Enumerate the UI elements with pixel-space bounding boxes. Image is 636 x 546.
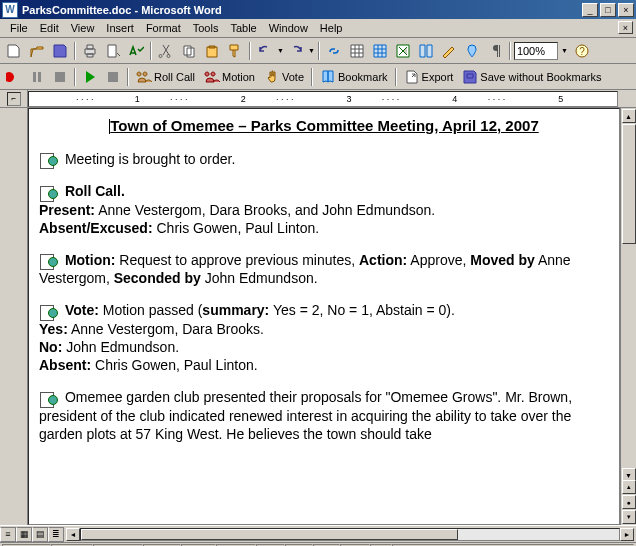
ruler-row: ⌐ · · · · 1 · · · · 2 · · · · 3 · · · · … [0,90,636,108]
stop-icon[interactable] [49,66,71,87]
cut-icon[interactable] [155,40,177,61]
pause-icon[interactable] [26,66,48,87]
yes-label: Yes: [39,321,68,337]
motion-label: Motion [222,71,255,83]
insert-excel-icon[interactable] [392,40,414,61]
maximize-button[interactable]: □ [600,3,616,17]
record-icon[interactable] [3,66,25,87]
export-label: Export [422,71,454,83]
rollcall-label: Roll Call [154,71,195,83]
print-layout-icon[interactable]: ▤ [32,527,48,542]
doc-close-button[interactable]: × [618,21,633,34]
hscroll-thumb[interactable] [81,529,458,540]
horizontal-scrollbar[interactable]: ◄ ► [66,527,634,542]
standard-toolbar: ▼ ▼ ▼ ? [0,38,636,64]
action-label: Action: [359,252,407,268]
section-icon [39,391,57,407]
web-layout-icon[interactable]: ▦ [16,527,32,542]
save-no-bm-label: Save without Bookmarks [480,71,601,83]
undo-icon[interactable] [254,40,276,61]
play-icon[interactable] [79,66,101,87]
tab-selector[interactable]: ⌐ [7,92,21,106]
hyperlink-icon[interactable] [323,40,345,61]
menu-view[interactable]: View [65,20,101,36]
format-painter-icon[interactable] [224,40,246,61]
absent-value: Chris Gowen, Paul Linton. [153,220,320,236]
paste-icon[interactable] [201,40,223,61]
seconded-label: Seconded by [114,270,201,286]
scroll-thumb[interactable] [622,124,636,244]
export-button[interactable]: Export [400,66,458,87]
menu-format[interactable]: Format [140,20,187,36]
doc-map-icon[interactable] [461,40,483,61]
redo-icon[interactable] [285,40,307,61]
menu-tools[interactable]: Tools [187,20,225,36]
title-bar: W ParksCommittee.doc - Microsoft Word _ … [0,0,636,19]
horizontal-ruler[interactable]: · · · · 1 · · · · 2 · · · · 3 · · · · 4 … [28,91,618,107]
motion-button[interactable]: Motion [200,66,259,87]
section-icon [39,152,57,168]
menu-help[interactable]: Help [314,20,349,36]
menu-bar: File Edit View Insert Format Tools Table… [0,19,636,38]
minimize-button[interactable]: _ [582,3,598,17]
vote-button[interactable]: Vote [260,66,308,87]
rollcall-header: Roll Call. [65,183,125,199]
close-button[interactable]: × [618,3,634,17]
motion-label: Motion: [65,252,116,268]
spellcheck-icon[interactable] [125,40,147,61]
scroll-left-button[interactable]: ◄ [66,528,80,541]
scroll-up-button[interactable]: ▲ [622,109,636,123]
menu-window[interactable]: Window [263,20,314,36]
bookmark-button[interactable]: Bookmark [316,66,392,87]
menu-file[interactable]: File [4,20,34,36]
section-icon [39,304,57,320]
vote-label: Vote [282,71,304,83]
help-icon[interactable]: ? [571,40,593,61]
menu-insert[interactable]: Insert [100,20,140,36]
zoom-combo[interactable] [514,42,558,60]
scroll-right-button[interactable]: ► [620,528,634,541]
doc-heading: Town of Omemee – Parks Committee Meeting… [35,117,613,134]
window-title: ParksCommittee.doc - Microsoft Word [22,4,580,16]
section-icon [39,253,57,269]
document-area[interactable]: Town of Omemee – Parks Committee Meeting… [28,108,620,525]
new-icon[interactable] [3,40,25,61]
moved-label: Moved by [470,252,535,268]
workspace: Town of Omemee – Parks Committee Meeting… [0,108,636,525]
menu-edit[interactable]: Edit [34,20,65,36]
vote-label-text: Vote: [65,302,99,318]
left-gutter [0,108,28,525]
outline-view-icon[interactable]: ≣ [48,527,64,542]
bookmark-label: Bookmark [338,71,388,83]
svg-text:?: ? [579,46,585,57]
insert-table-icon[interactable] [369,40,391,61]
present-value: Anne Vestergom, Dara Brooks, and John Ed… [95,202,435,218]
save-icon[interactable] [49,40,71,61]
print-icon[interactable] [79,40,101,61]
section-icon [39,185,57,201]
save-no-bookmarks-button[interactable]: Save without Bookmarks [458,66,605,87]
rollcall-button[interactable]: Roll Call [132,66,199,87]
columns-icon[interactable] [415,40,437,61]
browse-object-button[interactable]: ● [622,495,636,509]
vote-absent-label: Absent: [39,357,91,373]
present-label: Present: [39,202,95,218]
tables-borders-icon[interactable] [346,40,368,61]
stop2-icon[interactable] [102,66,124,87]
open-icon[interactable] [26,40,48,61]
copy-icon[interactable] [178,40,200,61]
drawing-icon[interactable] [438,40,460,61]
custom-toolbar: Roll Call Motion Vote Bookmark Export Sa… [0,64,636,90]
zoom-dropdown[interactable]: ▼ [559,47,570,54]
menu-table[interactable]: Table [224,20,262,36]
show-hide-icon[interactable] [484,40,506,61]
prev-page-button[interactable]: ▴ [622,480,636,494]
no-label: No: [39,339,62,355]
doc-order-text: Meeting is brought to order. [65,151,235,167]
redo-dropdown[interactable]: ▼ [308,47,315,54]
normal-view-icon[interactable]: ≡ [0,527,16,542]
vertical-scrollbar[interactable]: ▲ ▼ ▴ ● ▾ [620,108,636,525]
print-preview-icon[interactable] [102,40,124,61]
next-page-button[interactable]: ▾ [622,510,636,524]
undo-dropdown[interactable]: ▼ [277,47,284,54]
